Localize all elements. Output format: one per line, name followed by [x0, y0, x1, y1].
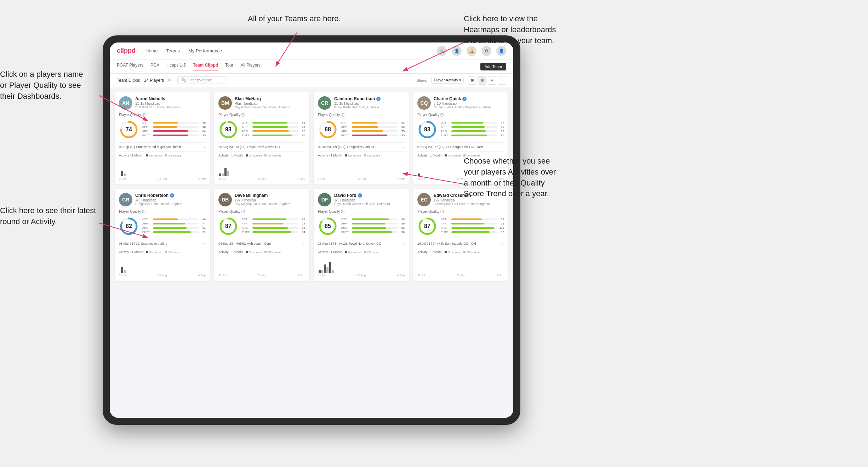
- profile-icon[interactable]: 👤: [452, 46, 462, 56]
- player-name[interactable]: Aaron Nicholls: [135, 96, 206, 101]
- search-input[interactable]: 🔍 Filter by name: [177, 76, 227, 84]
- add-team-button[interactable]: Add Team: [480, 63, 506, 70]
- stat-bar: [352, 130, 383, 132]
- on-course-label: On course: [348, 251, 361, 254]
- show-select[interactable]: Player Activity ▾: [431, 77, 464, 84]
- quality-section: Player Quality ⓘ 87 OTT 73 APP: [417, 209, 504, 236]
- player-name[interactable]: Blair McHarg: [235, 96, 305, 101]
- latest-round[interactable]: 07 Aug 23 | 77 (+7), St George's Hill GC…: [417, 142, 504, 149]
- latest-round[interactable]: 26 Aug 23 | 84 (+12), Royal North Devon …: [318, 239, 405, 246]
- latest-round[interactable]: 02 Jul 23 | 59 (+17), Craigmillar Park G…: [318, 142, 405, 149]
- quality-score: 85: [325, 223, 331, 229]
- player-card: EC Edward Crossman 1-5 Handicap Sunningd…: [413, 189, 508, 281]
- stat-bar-container: [451, 130, 497, 132]
- grid-view-icon[interactable]: ⊞: [468, 76, 476, 85]
- activity-chart: [218, 159, 305, 176]
- quality-label[interactable]: Player Quality ⓘ: [119, 209, 206, 214]
- round-text: 02 Jul 23 | 59 (+17), Craigmillar Park G…: [318, 145, 376, 149]
- chart-dates: 31 Jul21 Aug4 Sep: [218, 177, 305, 180]
- player-avatar: DB: [218, 193, 232, 206]
- nav-home[interactable]: Home: [145, 48, 158, 53]
- tab-tour[interactable]: Tour: [225, 63, 233, 70]
- donut-chart: 83: [417, 120, 437, 139]
- list-view-icon[interactable]: ⊟: [478, 76, 486, 85]
- stat-row: OTT 60: [142, 121, 206, 124]
- latest-round[interactable]: 18 Jul 23 | 74 (+4), Sunningdale GC - Ol…: [417, 239, 504, 246]
- latest-round[interactable]: 02 Sep 23 | Sunrise round to get back in…: [119, 142, 206, 149]
- avatar-initials: BM: [218, 96, 232, 110]
- stat-label: OTT: [441, 121, 450, 124]
- off-course-label: Off course: [467, 251, 480, 254]
- chart-date: 31 Jul: [218, 177, 226, 180]
- quality-label[interactable]: Player Quality ⓘ: [119, 113, 206, 118]
- activity-chart: [218, 255, 305, 273]
- tab-team-clippd[interactable]: Team Clippd: [193, 63, 218, 70]
- quality-label[interactable]: Player Quality ⓘ: [318, 209, 405, 214]
- player-name[interactable]: Dave Billingham: [235, 193, 305, 198]
- player-name[interactable]: David Ford ✓: [334, 193, 405, 198]
- stat-row: APP 85: [242, 125, 305, 129]
- latest-round[interactable]: 26 Aug 23 | 73 (+1), Royal North Devon G…: [218, 142, 305, 149]
- chart-date: 21 Aug: [257, 177, 266, 180]
- chart-date: 21 Aug: [357, 177, 366, 180]
- off-course-bar: [227, 171, 229, 176]
- off-course-bar: [326, 267, 329, 273]
- chart-date: 4 Sep: [497, 274, 504, 277]
- activity-header: Activity · 1 Month On course Off course: [218, 154, 305, 157]
- tab-hcaps[interactable]: Hcaps 1-5: [166, 63, 186, 70]
- nav-my-performance[interactable]: My Performance: [188, 48, 222, 53]
- sort-icon[interactable]: ↕: [498, 76, 506, 85]
- player-name[interactable]: Charlie Quick ✓: [434, 96, 504, 101]
- quality-label[interactable]: Player Quality ⓘ: [417, 209, 504, 214]
- player-info: Dave Billingham 1-5 Handicap Sog Maging …: [235, 193, 305, 206]
- ipad-frame: clippd Home Teams My Performance 🔍 👤 🔔 ⚙…: [103, 35, 520, 425]
- activity-header: Activity · 1 Month On course Off course: [218, 250, 305, 254]
- nav-teams[interactable]: Teams: [166, 48, 180, 53]
- tab-pga[interactable]: PGA: [150, 63, 159, 70]
- stat-label: OTT: [441, 218, 450, 221]
- stat-value: 80: [498, 125, 504, 129]
- settings-icon[interactable]: ⚙: [481, 46, 491, 56]
- stat-row: APP 80: [441, 125, 504, 129]
- stat-label: ARG: [142, 226, 152, 229]
- player-name[interactable]: Chris Robertson ✓: [135, 193, 206, 198]
- search-icon[interactable]: 🔍: [437, 46, 447, 56]
- activity-title: Activity · 1 Month: [318, 250, 342, 254]
- chart-date: 4 Sep: [198, 177, 206, 180]
- player-name[interactable]: Cameron Robertson ✓: [334, 96, 405, 101]
- off-course-legend: Off course: [165, 154, 181, 157]
- stat-value: 92: [498, 230, 504, 234]
- latest-round[interactable]: 05 Mar 23 | 19, Must make putting →: [119, 239, 206, 246]
- quality-label[interactable]: Player Quality ⓘ: [417, 113, 504, 118]
- avatar-icon[interactable]: 👤: [496, 46, 506, 56]
- stat-value: 60: [200, 121, 206, 124]
- edit-icon[interactable]: ✏: [168, 78, 173, 83]
- quality-section: Player Quality ⓘ 82 OTT 60 APP: [119, 209, 206, 236]
- stat-bar: [252, 135, 292, 136]
- players-grid: AN Aaron Nicholls 11-15 Handicap Drift G…: [115, 92, 508, 281]
- player-avatar: CR: [318, 96, 331, 110]
- tab-pgat[interactable]: PGAT Players: [117, 63, 143, 70]
- stat-label: APP: [341, 125, 350, 129]
- activity-section: Activity · 1 Month On course Off course: [318, 151, 405, 180]
- on-course-legend: On course: [146, 251, 162, 254]
- player-info: Charlie Quick ✓ 6-10 Handicap St. George…: [434, 96, 504, 109]
- player-header: CR Cameron Robertson ✓ 11-15 Handicap Ro…: [318, 96, 405, 110]
- chart-dates: 31 Jul21 Aug4 Sep: [119, 274, 206, 277]
- stat-value: 94: [299, 230, 305, 234]
- tab-all-players[interactable]: All Players: [240, 63, 261, 70]
- stat-label: PUTT: [341, 230, 350, 234]
- latest-round[interactable]: 04 Sep 23 | Mobility with coach, Gym →: [218, 239, 305, 246]
- stat-bars: OTT 73 APP 79 ARG 103 PUTT 92: [441, 218, 504, 235]
- stat-row: OTT 60: [142, 218, 206, 221]
- quality-section: Player Quality ⓘ 93 OTT 84 APP: [218, 113, 305, 139]
- stat-value: 89: [399, 218, 405, 221]
- stat-bar: [153, 227, 187, 229]
- filter-icon[interactable]: ▽: [488, 76, 496, 85]
- quality-label[interactable]: Player Quality ⓘ: [318, 113, 405, 118]
- stat-bars: OTT 60 APP 77 ARG 81 PUTT 91: [142, 218, 206, 235]
- stat-bars: OTT 61 APP 63 ARG 75 PUTT 85: [341, 121, 405, 138]
- quality-label[interactable]: Player Quality ⓘ: [218, 209, 305, 214]
- bell-icon[interactable]: 🔔: [467, 46, 476, 56]
- quality-label[interactable]: Player Quality ⓘ: [218, 113, 305, 118]
